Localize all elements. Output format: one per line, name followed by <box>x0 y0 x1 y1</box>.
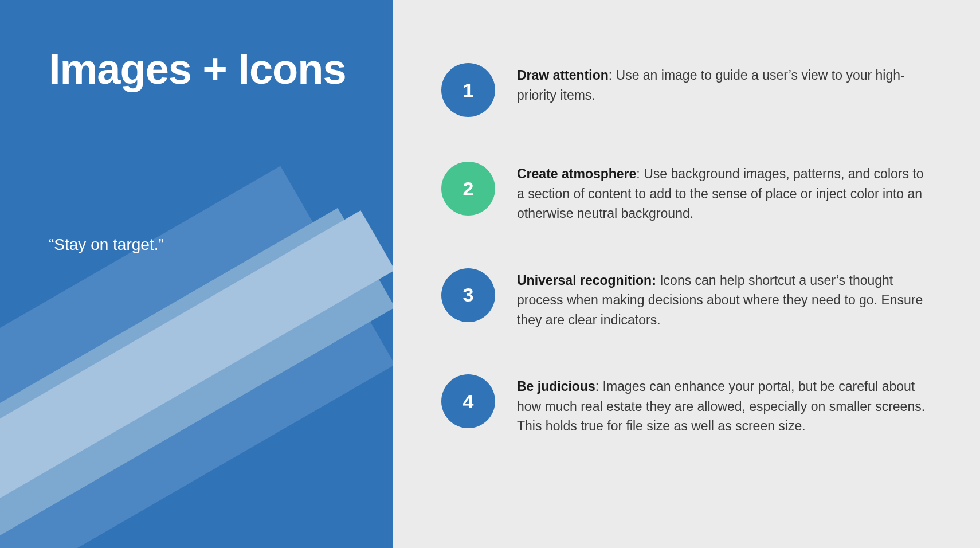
right-panel: 1 Draw attention: Use an image to guide … <box>393 0 980 548</box>
item-text: Be judicious: Images can enhance your po… <box>517 374 931 436</box>
slide-quote: “Stay on target.” <box>49 236 393 254</box>
number-badge-4: 4 <box>441 374 495 428</box>
item-text: Draw attention: Use an image to guide a … <box>517 63 931 105</box>
list-item: 4 Be judicious: Images can enhance your … <box>441 374 931 436</box>
item-text: Universal recognition: Icons can help sh… <box>517 268 931 330</box>
left-panel: Images + Icons “Stay on target.” <box>0 0 393 548</box>
number-badge-3: 3 <box>441 268 495 322</box>
number-badge-1: 1 <box>441 63 495 117</box>
list-item: 2 Create atmosphere: Use background imag… <box>441 162 931 224</box>
item-bold-label: Universal recognition: <box>517 273 656 288</box>
presentation-slide: Images + Icons “Stay on target.” 1 Draw … <box>0 0 980 548</box>
item-separator: : <box>609 68 616 83</box>
item-bold-label: Draw attention <box>517 68 609 83</box>
number-badge-2: 2 <box>441 162 495 216</box>
item-bold-label: Be judicious <box>517 379 595 394</box>
item-text: Create atmosphere: Use background images… <box>517 162 931 224</box>
list-item: 1 Draw attention: Use an image to guide … <box>441 63 931 117</box>
slide-title: Images + Icons <box>49 46 393 92</box>
item-separator: : <box>595 379 603 394</box>
item-separator: : <box>636 166 644 181</box>
item-bold-label: Create atmosphere <box>517 166 636 181</box>
list-item: 3 Universal recognition: Icons can help … <box>441 268 931 330</box>
